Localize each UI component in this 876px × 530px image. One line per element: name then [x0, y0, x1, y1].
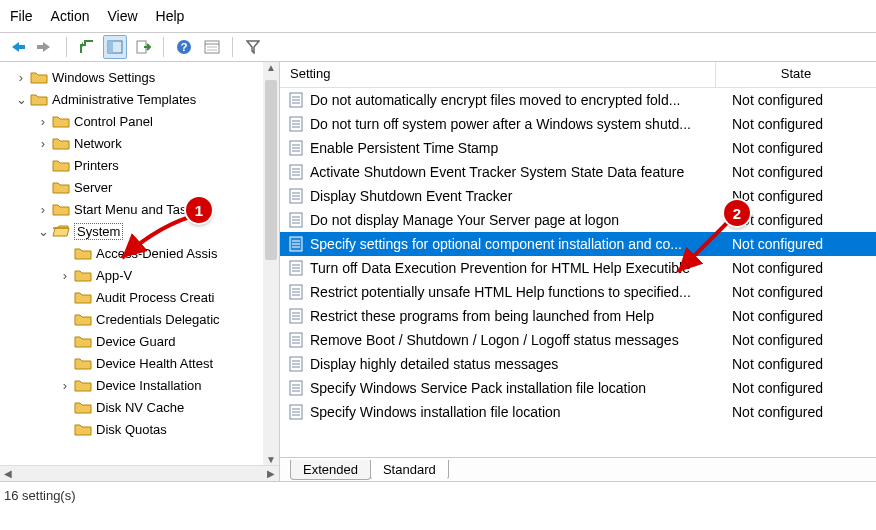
tree-item-device-install[interactable]: › Device Installation — [0, 374, 279, 396]
setting-name: Do not automatically encrypt files moved… — [310, 92, 726, 108]
folder-icon — [52, 158, 70, 172]
list-row[interactable]: Specify Windows installation file locati… — [280, 400, 876, 424]
setting-name: Specify Windows Service Pack installatio… — [310, 380, 726, 396]
list-row[interactable]: Specify settings for optional component … — [280, 232, 876, 256]
list-body[interactable]: Do not automatically encrypt files moved… — [280, 88, 876, 457]
setting-state: Not configured — [726, 404, 876, 420]
tree-item-disk-nv[interactable]: · Disk NV Cache — [0, 396, 279, 418]
list-row[interactable]: Activate Shutdown Event Tracker System S… — [280, 160, 876, 184]
setting-name: Specify settings for optional component … — [310, 236, 726, 252]
folder-icon — [74, 290, 92, 304]
folder-icon — [30, 70, 48, 84]
column-setting[interactable]: Setting — [280, 62, 716, 87]
export-list-button[interactable] — [131, 35, 155, 59]
tree-item-admin-templates[interactable]: ⌄ Administrative Templates — [0, 88, 279, 110]
view-tabs: Extended Standard — [280, 457, 876, 481]
annotation-callout-1: 1 — [186, 197, 212, 223]
policy-icon — [288, 284, 304, 300]
tree-item-printers[interactable]: · Printers — [0, 154, 279, 176]
help-button[interactable]: ? — [172, 35, 196, 59]
list-row[interactable]: Do not display Manage Your Server page a… — [280, 208, 876, 232]
setting-name: Enable Persistent Time Stamp — [310, 140, 726, 156]
setting-state: Not configured — [726, 308, 876, 324]
policy-icon — [288, 188, 304, 204]
list-row[interactable]: Turn off Data Execution Prevention for H… — [280, 256, 876, 280]
tree-item-audit[interactable]: · Audit Process Creati — [0, 286, 279, 308]
tree-item-device-health[interactable]: · Device Health Attest — [0, 352, 279, 374]
menu-file[interactable]: File — [10, 8, 33, 24]
setting-name: Do not display Manage Your Server page a… — [310, 212, 726, 228]
tree-horizontal-scrollbar[interactable]: ◀▶ — [0, 465, 279, 481]
folder-open-icon — [52, 224, 70, 238]
tree-item-credentials[interactable]: · Credentials Delegatic — [0, 308, 279, 330]
settings-list-panel: Setting State Do not automatically encry… — [280, 62, 876, 481]
policy-icon — [288, 260, 304, 276]
tree-item-access-denied[interactable]: · Access-Denied Assis — [0, 242, 279, 264]
list-row[interactable]: Display Shutdown Event TrackerNot config… — [280, 184, 876, 208]
setting-name: Specify Windows installation file locati… — [310, 404, 726, 420]
tree-vertical-scrollbar[interactable]: ▲▼ — [263, 62, 279, 465]
tree-item-system[interactable]: ⌄ System — [0, 220, 279, 242]
list-row[interactable]: Enable Persistent Time StampNot configur… — [280, 136, 876, 160]
folder-icon — [74, 400, 92, 414]
properties-button[interactable] — [200, 35, 224, 59]
show-hide-tree-button[interactable] — [103, 35, 127, 59]
list-row[interactable]: Restrict potentially unsafe HTML Help fu… — [280, 280, 876, 304]
tree-item-start-menu[interactable]: › Start Menu and Taskbar — [0, 198, 279, 220]
tree-item-control-panel[interactable]: › Control Panel — [0, 110, 279, 132]
tree-item-disk-quotas[interactable]: · Disk Quotas — [0, 418, 279, 440]
folder-icon — [52, 136, 70, 150]
policy-icon — [288, 116, 304, 132]
tree-item-device-guard[interactable]: · Device Guard — [0, 330, 279, 352]
setting-name: Restrict these programs from being launc… — [310, 308, 726, 324]
menu-bar: File Action View Help — [0, 0, 876, 32]
folder-icon — [74, 422, 92, 436]
svg-rect-1 — [37, 45, 44, 49]
setting-state: Not configured — [726, 236, 876, 252]
policy-icon — [288, 236, 304, 252]
setting-name: Remove Boot / Shutdown / Logon / Logoff … — [310, 332, 726, 348]
menu-action[interactable]: Action — [51, 8, 90, 24]
nav-tree[interactable]: › Windows Settings ⌄ Administrative Temp… — [0, 62, 279, 465]
tab-extended[interactable]: Extended — [290, 460, 371, 480]
setting-name: Do not turn off system power after a Win… — [310, 116, 726, 132]
folder-icon — [74, 312, 92, 326]
status-text: 16 setting(s) — [4, 488, 76, 503]
forward-button[interactable] — [34, 35, 58, 59]
tab-standard[interactable]: Standard — [370, 460, 449, 480]
svg-rect-3 — [108, 41, 113, 53]
list-row[interactable]: Do not automatically encrypt files moved… — [280, 88, 876, 112]
setting-state: Not configured — [726, 140, 876, 156]
list-row[interactable]: Remove Boot / Shutdown / Logon / Logoff … — [280, 328, 876, 352]
setting-state: Not configured — [726, 356, 876, 372]
list-row[interactable]: Display highly detailed status messagesN… — [280, 352, 876, 376]
tree-item-server[interactable]: · Server — [0, 176, 279, 198]
menu-view[interactable]: View — [107, 8, 137, 24]
up-button[interactable] — [75, 35, 99, 59]
policy-icon — [288, 140, 304, 156]
folder-icon — [52, 114, 70, 128]
annotation-callout-2: 2 — [724, 200, 750, 226]
list-row[interactable]: Do not turn off system power after a Win… — [280, 112, 876, 136]
policy-icon — [288, 92, 304, 108]
policy-icon — [288, 212, 304, 228]
setting-name: Display Shutdown Event Tracker — [310, 188, 726, 204]
setting-state: Not configured — [726, 260, 876, 276]
policy-icon — [288, 380, 304, 396]
tree-item-appv[interactable]: › App-V — [0, 264, 279, 286]
svg-rect-0 — [18, 45, 25, 49]
back-button[interactable] — [6, 35, 30, 59]
policy-icon — [288, 308, 304, 324]
folder-icon — [74, 356, 92, 370]
menu-help[interactable]: Help — [156, 8, 185, 24]
policy-icon — [288, 164, 304, 180]
setting-state: Not configured — [726, 164, 876, 180]
list-row[interactable]: Restrict these programs from being launc… — [280, 304, 876, 328]
column-state[interactable]: State — [716, 62, 876, 87]
list-row[interactable]: Specify Windows Service Pack installatio… — [280, 376, 876, 400]
filter-button[interactable] — [241, 35, 265, 59]
tree-item-network[interactable]: › Network — [0, 132, 279, 154]
folder-icon — [52, 202, 70, 216]
setting-state: Not configured — [726, 116, 876, 132]
tree-item-windows-settings[interactable]: › Windows Settings — [0, 66, 279, 88]
